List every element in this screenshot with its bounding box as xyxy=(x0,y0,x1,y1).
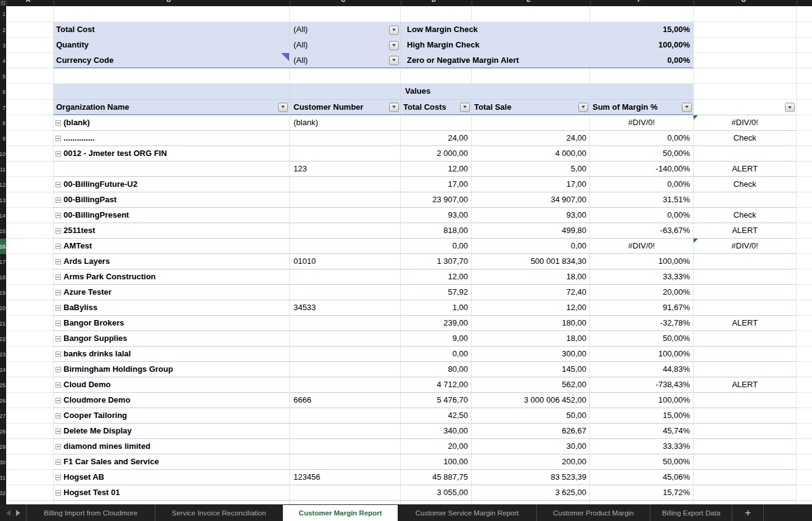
row-number[interactable]: 7 xyxy=(0,100,6,115)
cell-total-costs[interactable]: 57,92 xyxy=(401,285,472,300)
cell[interactable] xyxy=(797,347,812,362)
cell-organization-name[interactable]: BaByliss xyxy=(54,300,290,316)
cell-organization-name[interactable]: Cloudmore Demo xyxy=(54,393,290,408)
cell-customer-number[interactable] xyxy=(290,269,401,285)
cell-customer-number[interactable] xyxy=(290,377,401,393)
cell[interactable] xyxy=(6,239,54,254)
cell-margin-check[interactable] xyxy=(694,362,797,377)
row-number[interactable]: 32 xyxy=(0,485,6,501)
column-filter-dropdown-icon[interactable] xyxy=(785,103,795,112)
cell-organization-name[interactable]: Bangor Brokers xyxy=(54,316,290,331)
cell-organization-name[interactable]: banks drinks lalal xyxy=(54,347,290,362)
cell[interactable] xyxy=(797,100,812,115)
cell-margin-check[interactable] xyxy=(694,454,797,470)
cell-total-costs[interactable]: 1,00 xyxy=(401,300,472,316)
collapse-icon[interactable] xyxy=(55,429,61,434)
sheet-tab-service-invoice-reconciliation[interactable]: Service Invoice Reconciliation xyxy=(155,504,283,521)
cell-customer-number[interactable]: 123 xyxy=(290,162,401,177)
collapse-icon[interactable] xyxy=(55,136,61,141)
column-header-bar[interactable]: ABCDEFG xyxy=(0,0,812,6)
cell[interactable] xyxy=(6,38,54,53)
cell-total-costs[interactable]: 80,00 xyxy=(401,362,472,377)
collapse-icon[interactable] xyxy=(55,475,61,480)
cell-margin-check[interactable]: ALERT xyxy=(694,316,797,331)
cell[interactable] xyxy=(6,131,54,146)
cell-total-costs[interactable]: 239,00 xyxy=(401,316,472,331)
cell[interactable] xyxy=(797,316,812,331)
row-number[interactable]: 16 xyxy=(0,239,6,254)
next-sheet-icon[interactable] xyxy=(16,510,20,516)
cell-margin-check[interactable] xyxy=(694,254,797,269)
filter-value-quantity[interactable]: (All) xyxy=(290,38,401,53)
collapse-icon[interactable] xyxy=(55,351,61,357)
cell-margin-percent[interactable]: 33,33% xyxy=(590,269,694,285)
column-header-customer-number[interactable]: Customer Number xyxy=(290,100,401,115)
low-margin-check-value[interactable]: 15,00% xyxy=(590,22,694,38)
cell-margin-percent[interactable]: 20,00% xyxy=(590,285,694,300)
filter-label-total-cost[interactable]: Total Cost xyxy=(54,22,290,38)
cell[interactable] xyxy=(54,68,290,84)
cell[interactable] xyxy=(694,22,797,38)
cell-total-costs[interactable]: 93,00 xyxy=(401,208,472,223)
column-letter[interactable]: B xyxy=(166,0,171,3)
row-number[interactable]: 4 xyxy=(0,53,6,68)
cell-total-sale[interactable]: 30,00 xyxy=(472,439,590,454)
row-number[interactable]: 30 xyxy=(0,454,6,470)
prev-sheet-icon[interactable] xyxy=(6,510,10,516)
row-number[interactable]: 24 xyxy=(0,362,6,377)
cell-margin-check[interactable]: Check xyxy=(694,131,797,146)
cell[interactable] xyxy=(797,239,812,254)
collapse-icon[interactable] xyxy=(55,382,61,388)
cell-total-costs[interactable]: 45 887,75 xyxy=(401,470,472,485)
column-letter[interactable]: A xyxy=(26,0,30,3)
cell[interactable] xyxy=(797,285,812,300)
cell[interactable] xyxy=(590,6,694,22)
row-number[interactable]: 27 xyxy=(0,408,6,424)
collapse-icon[interactable] xyxy=(55,228,61,234)
cell[interactable] xyxy=(6,470,54,485)
cell-customer-number[interactable] xyxy=(290,408,401,424)
cell[interactable] xyxy=(6,485,54,501)
cell[interactable] xyxy=(6,424,54,439)
cell[interactable] xyxy=(290,6,401,22)
collapse-icon[interactable] xyxy=(55,413,61,419)
cell-total-sale[interactable]: 300,00 xyxy=(472,347,590,362)
cell-customer-number[interactable] xyxy=(290,192,401,208)
column-header-total-sale[interactable]: Total Sale xyxy=(472,100,590,115)
cell-customer-number[interactable] xyxy=(290,285,401,300)
cell[interactable] xyxy=(6,269,54,285)
comment-indicator-icon[interactable] xyxy=(281,53,289,61)
column-filter-dropdown-icon[interactable] xyxy=(682,102,692,112)
column-filter-dropdown-icon[interactable] xyxy=(389,102,399,112)
cell-organization-name[interactable]: Bangor Supplies xyxy=(54,331,290,347)
row-number[interactable]: 8 xyxy=(0,115,6,131)
cell-total-sale[interactable]: 5,00 xyxy=(472,162,590,177)
cell-organization-name[interactable]: 0012 - Jmeter test ORG FIN xyxy=(54,146,290,162)
cell[interactable] xyxy=(6,347,54,362)
cell-customer-number[interactable] xyxy=(290,331,401,347)
cell[interactable] xyxy=(797,269,812,285)
cell[interactable] xyxy=(694,38,797,53)
cell-margin-percent[interactable]: 15,00% xyxy=(590,408,694,424)
cell-margin-percent[interactable]: 100,00% xyxy=(590,254,694,269)
cell-customer-number[interactable]: 6666 xyxy=(290,393,401,408)
cell-margin-check[interactable]: Check xyxy=(694,208,797,223)
row-number[interactable]: 1 xyxy=(0,6,6,22)
cell-organization-name[interactable]: Delete Me Display xyxy=(54,424,290,439)
cell-customer-number[interactable] xyxy=(290,362,401,377)
cell[interactable] xyxy=(6,146,54,162)
cell-total-costs[interactable]: 17,00 xyxy=(401,177,472,192)
cell[interactable] xyxy=(797,377,812,393)
cell[interactable] xyxy=(6,316,54,331)
cell-customer-number[interactable] xyxy=(290,439,401,454)
cell-customer-number[interactable] xyxy=(290,239,401,254)
cell-margin-percent[interactable]: 91,67% xyxy=(590,300,694,316)
cell-total-sale[interactable]: 180,00 xyxy=(472,316,590,331)
cell-organization-name[interactable]: Arms Park Construction xyxy=(54,269,290,285)
cell[interactable] xyxy=(797,68,812,84)
cell-organization-name[interactable]: 2511test xyxy=(54,223,290,239)
collapse-icon[interactable] xyxy=(55,120,61,126)
cell-total-costs[interactable]: 1 307,70 xyxy=(401,254,472,269)
cell[interactable] xyxy=(797,162,812,177)
cell-total-sale[interactable]: 93,00 xyxy=(472,208,590,223)
